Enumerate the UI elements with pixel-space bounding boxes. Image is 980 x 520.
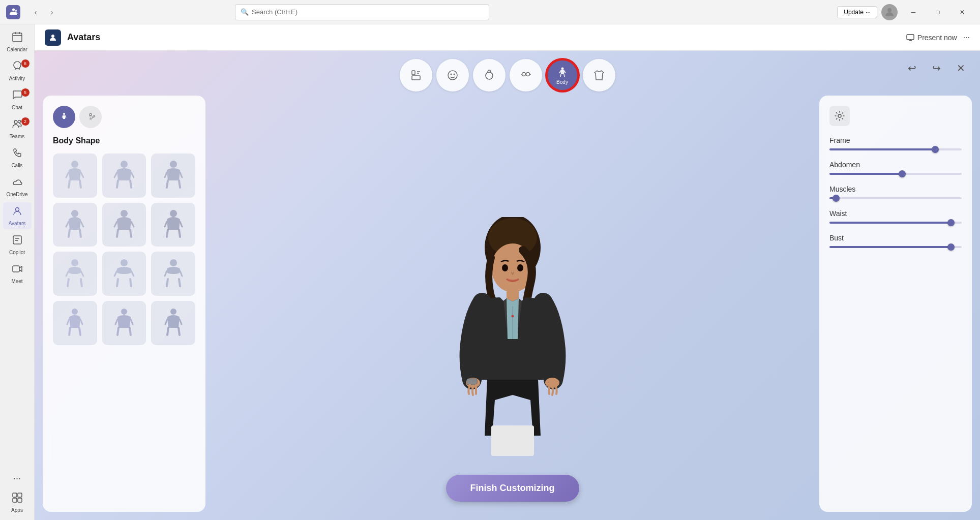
- sidebar-item-meet-label: Meet: [11, 279, 22, 284]
- sidebar-item-avatars[interactable]: Avatars: [3, 202, 32, 229]
- sidebar-item-meet[interactable]: Meet: [3, 260, 32, 287]
- close-button[interactable]: ✕: [951, 4, 974, 20]
- abdomen-track[interactable]: [829, 173, 962, 175]
- svg-point-32: [71, 161, 78, 168]
- poses-button[interactable]: [400, 59, 432, 91]
- sidebar-item-activity[interactable]: 6 Activity: [3, 57, 32, 84]
- sidebar-item-calendar[interactable]: Calendar: [3, 28, 32, 55]
- more-icon: ···: [13, 473, 21, 484]
- svg-point-24: [522, 73, 525, 76]
- update-button[interactable]: Update ···: [837, 6, 877, 18]
- content-area: Avatars Present now ···: [35, 24, 980, 520]
- minimize-button[interactable]: ─: [902, 4, 925, 20]
- calls-icon: [12, 147, 23, 161]
- sidebar-item-calls[interactable]: Calls: [3, 144, 32, 171]
- svg-point-20: [448, 71, 457, 80]
- svg-point-38: [71, 259, 78, 266]
- editor-close-button[interactable]: ✕: [952, 59, 970, 77]
- sidebar-item-activity-label: Activity: [9, 76, 25, 81]
- svg-point-37: [170, 210, 177, 217]
- main-layout: Calendar 6 Activity 5 Chat 2: [0, 24, 980, 520]
- body-shape-title: Body Shape: [53, 136, 195, 145]
- frame-thumb[interactable]: [932, 146, 939, 153]
- calendar-icon: [12, 32, 23, 45]
- body-edit-tab[interactable]: [79, 106, 102, 128]
- face-button[interactable]: [436, 59, 469, 91]
- teams-logo: [6, 5, 20, 19]
- body-shape-11[interactable]: [102, 301, 146, 345]
- body-shape-10[interactable]: [53, 301, 97, 345]
- clothing-button[interactable]: [583, 59, 615, 91]
- panel-settings-button[interactable]: [829, 106, 850, 126]
- svg-point-41: [72, 309, 78, 315]
- body-shape-tab[interactable]: [53, 106, 75, 128]
- svg-rect-8: [13, 236, 21, 244]
- apps-icon: [12, 492, 23, 506]
- bust-track[interactable]: [829, 246, 962, 248]
- accessories-button[interactable]: [510, 59, 542, 91]
- sidebar-item-calls-label: Calls: [11, 163, 22, 168]
- finish-customizing-button[interactable]: Finish Customizing: [446, 475, 579, 502]
- body-shape-7[interactable]: [53, 252, 97, 296]
- redo-button[interactable]: ↪: [927, 59, 945, 77]
- body-shape-1[interactable]: [53, 154, 97, 198]
- sidebar-item-chat[interactable]: 5 Chat: [3, 86, 32, 113]
- undo-button[interactable]: ↩: [903, 59, 921, 77]
- sidebar-item-chat-label: Chat: [12, 105, 22, 110]
- muscles-thumb[interactable]: [833, 195, 840, 202]
- svg-point-33: [121, 161, 128, 168]
- svg-rect-17: [412, 76, 420, 80]
- body-shape-6[interactable]: [151, 203, 195, 247]
- body-shape-5[interactable]: [102, 203, 146, 247]
- svg-point-36: [121, 210, 128, 217]
- back-button[interactable]: ‹: [28, 5, 43, 19]
- sidebar-item-apps[interactable]: Apps: [3, 489, 32, 516]
- window-controls: ─ □ ✕: [902, 4, 974, 20]
- user-avatar-button[interactable]: [881, 4, 898, 20]
- bust-label: Bust: [829, 234, 962, 242]
- sidebar-item-teams[interactable]: 2 Teams: [3, 115, 32, 142]
- body-shape-4[interactable]: [53, 203, 97, 247]
- body-shape-12[interactable]: [151, 301, 195, 345]
- body-shape-3[interactable]: [151, 154, 195, 198]
- sidebar-item-onedrive-label: OneDrive: [6, 192, 27, 197]
- chat-badge: 5: [21, 88, 29, 97]
- sidebar-item-onedrive[interactable]: OneDrive: [3, 173, 32, 200]
- waist-thumb[interactable]: [947, 219, 955, 226]
- body-shape-8[interactable]: [102, 252, 146, 296]
- svg-point-40: [170, 259, 177, 266]
- frame-slider-group: Frame: [829, 136, 962, 150]
- app-header-more-button[interactable]: ···: [963, 33, 970, 42]
- sidebar-item-copilot[interactable]: Copilot: [3, 231, 32, 258]
- hair-button[interactable]: [473, 59, 506, 91]
- body-shape-9[interactable]: [151, 252, 195, 296]
- frame-track[interactable]: [829, 148, 962, 150]
- body-shape-2[interactable]: [102, 154, 146, 198]
- svg-point-48: [517, 264, 523, 271]
- forward-button[interactable]: ›: [45, 5, 59, 19]
- muscles-track[interactable]: [829, 197, 962, 199]
- bust-thumb[interactable]: [947, 243, 955, 251]
- svg-point-14: [51, 35, 54, 38]
- app-header: Avatars Present now ···: [35, 24, 980, 51]
- maximize-button[interactable]: □: [926, 4, 949, 20]
- search-bar[interactable]: 🔍 Search (Ctrl+E): [235, 4, 489, 20]
- present-now-button[interactable]: Present now: [906, 34, 957, 42]
- muscles-label: Muscles: [829, 185, 962, 193]
- svg-rect-13: [18, 498, 22, 502]
- present-now-label: Present now: [917, 34, 957, 42]
- waist-label: Waist: [829, 209, 962, 218]
- body-shapes-grid: [53, 154, 195, 345]
- onedrive-icon: [12, 176, 23, 190]
- svg-rect-1: [13, 33, 22, 42]
- svg-point-51: [511, 315, 514, 318]
- avatar-center: Finish Customizing: [214, 96, 811, 512]
- frame-fill: [829, 148, 935, 150]
- copilot-icon: [12, 234, 23, 248]
- abdomen-thumb[interactable]: [899, 170, 906, 177]
- waist-track[interactable]: [829, 222, 962, 224]
- waist-slider-group: Waist: [829, 209, 962, 224]
- sidebar-item-more[interactable]: ···: [3, 470, 32, 487]
- body-button[interactable]: Body: [546, 59, 579, 91]
- left-panel: Body Shape: [43, 96, 205, 512]
